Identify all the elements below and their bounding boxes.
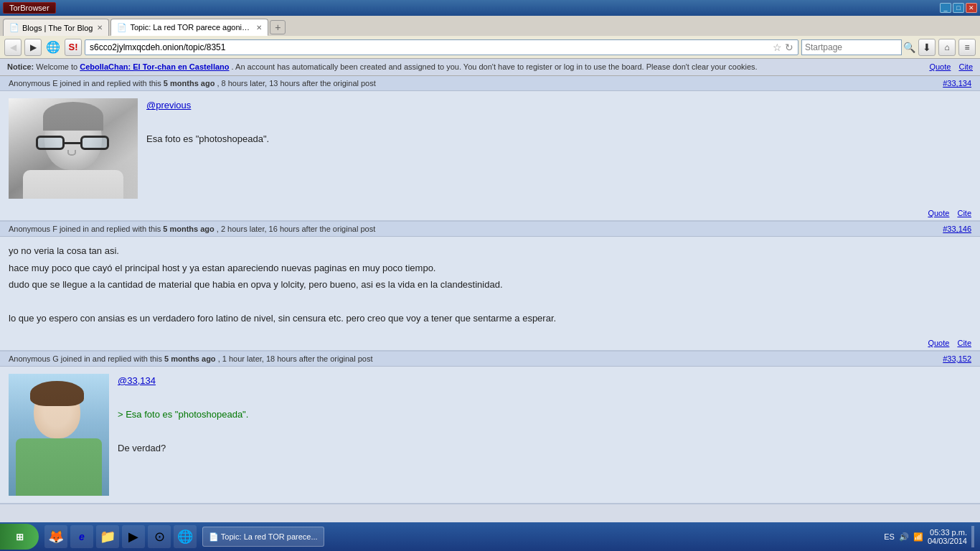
globe-icon: 🌐 — [44, 39, 62, 56]
notice-text1: Welcome to — [36, 62, 80, 71]
tab-bar: 📄 Blogs | The Tor Blog ✕ 📄 Topic: La red… — [0, 16, 980, 36]
post-f-meta: Anonymous F joined in and replied with t… — [9, 225, 375, 233]
post-e-at-previous[interactable]: @previous — [146, 100, 191, 110]
post-f-line3: dudo que se llegue a la cantidad de mate… — [9, 278, 971, 292]
address-bar[interactable]: s6cco2jylmxqcdeh.onion/topic/8351 ☆ ↻ — [85, 39, 798, 55]
back-button[interactable]: ◀ — [4, 39, 22, 56]
post-f-footer: Quote Cite — [0, 336, 980, 350]
new-tab-button[interactable]: + — [270, 20, 286, 34]
post-f-line2: hace muy poco que cayó el principal host… — [9, 261, 971, 276]
notice-quote-link[interactable]: Quote — [929, 62, 951, 71]
post-g-header: Anonymous G joined in and replied with t… — [0, 352, 980, 367]
post-e-cite[interactable]: Cite — [957, 209, 971, 217]
post-f-text: yo no veria la cosa tan asi. hace muy po… — [9, 244, 971, 329]
tab-2[interactable]: 📄 Topic: La red TOR parece agonizante ..… — [110, 19, 268, 36]
post-f: Anonymous F joined in and replied with t… — [0, 222, 980, 352]
post-e-content: Esa foto es "photoshopeada". — [146, 132, 971, 146]
post-e-footer: Quote Cite — [0, 206, 980, 220]
title-bar-left: TorBrowser — [3, 2, 940, 14]
title-bar-controls: _ □ ✕ — [940, 3, 977, 13]
post-g-image-placeholder — [9, 374, 109, 496]
post-f-time-rest: , 2 hours later, 16 hours after the orig… — [217, 225, 375, 233]
torbrowser-button[interactable]: TorBrowser — [3, 2, 56, 14]
notice-text2: . An account has automatically been crea… — [232, 62, 758, 71]
content-area[interactable]: Anonymous E joined in and replied with t… — [0, 76, 980, 522]
settings-button[interactable]: ≡ — [958, 39, 976, 56]
s1-button[interactable]: S! — [65, 39, 82, 56]
forward-button[interactable]: ▶ — [24, 39, 42, 56]
notice-links: Quote Cite — [923, 62, 973, 72]
post-g-ref-link[interactable]: @33,134 — [118, 375, 156, 386]
post-e-quote[interactable]: Quote — [928, 209, 949, 217]
post-f-line4: lo que yo espero con ansias es un verdad… — [9, 311, 971, 326]
post-g-body: @33,134 > Esa foto es "photoshopeada". D… — [0, 367, 980, 503]
post-g-image — [9, 374, 109, 496]
browser-window: TorBrowser _ □ ✕ 📄 Blogs | The Tor Blog … — [0, 0, 980, 522]
post-g-text: @33,134 > Esa foto es "photoshopeada". D… — [118, 374, 971, 496]
post-g-time-rest: , 1 hour later, 18 hours after the origi… — [218, 354, 373, 363]
post-e: Anonymous E joined in and replied with t… — [0, 76, 980, 222]
tab-label-1: Blogs | The Tor Blog — [22, 24, 93, 32]
post-f-header: Anonymous F joined in and replied with t… — [0, 222, 980, 237]
home-button[interactable]: ⌂ — [938, 39, 956, 56]
post-g-id[interactable]: #33,152 — [943, 354, 971, 363]
star-icon[interactable]: ☆ — [773, 42, 782, 53]
nav-bar: ◀ ▶ 🌐 S! s6cco2jylmxqcdeh.onion/topic/83… — [0, 36, 980, 59]
post-f-time-bold: 5 months ago — [163, 225, 215, 233]
maximize-button[interactable]: □ — [953, 3, 964, 13]
notice-bar: Quote Cite Notice: Welcome to CebollaCha… — [0, 59, 980, 76]
post-g-response: De verdad? — [118, 441, 971, 456]
post-e-image — [9, 98, 138, 199]
post-g: Anonymous G joined in and replied with t… — [0, 352, 980, 504]
post-e-text: @previous Esa foto es "photoshopeada". — [146, 98, 971, 199]
search-input[interactable] — [801, 39, 902, 55]
post-e-image-placeholder — [9, 98, 138, 199]
close-button[interactable]: ✕ — [966, 3, 977, 13]
notice-label: Notice: — [7, 62, 34, 71]
tab-favicon-1: 📄 — [9, 23, 19, 32]
tab-favicon-2: 📄 — [117, 23, 127, 32]
post-f-body: yo no veria la cosa tan asi. hace muy po… — [0, 237, 980, 336]
notice-cite-link[interactable]: Cite — [958, 62, 973, 71]
post-g-meta: Anonymous G joined in and replied with t… — [9, 354, 373, 363]
post-e-header: Anonymous E joined in and replied with t… — [0, 76, 980, 91]
post-g-time-bold: 5 months ago — [164, 354, 216, 363]
post-e-time-bold: 5 months ago — [164, 79, 215, 88]
post-f-cite[interactable]: Cite — [957, 339, 971, 347]
download-button[interactable]: ⬇ — [918, 39, 936, 56]
post-g-quoted: > Esa foto es "photoshopeada". — [118, 408, 971, 422]
post-e-id[interactable]: #33,134 — [943, 79, 971, 88]
notice-site-name[interactable]: CebollaChan: El Tor-chan en Castellano — [80, 62, 229, 71]
title-bar: TorBrowser _ □ ✕ — [0, 0, 980, 16]
post-e-time-rest: , 8 hours later, 13 hours after the orig… — [217, 79, 375, 88]
post-f-id[interactable]: #33,146 — [943, 225, 971, 233]
tab-close-1[interactable]: ✕ — [97, 24, 103, 32]
post-e-meta: Anonymous E joined in and replied with t… — [9, 79, 376, 88]
post-e-body: @previous Esa foto es "photoshopeada". — [0, 91, 980, 206]
tab-1[interactable]: 📄 Blogs | The Tor Blog ✕ — [3, 19, 109, 36]
post-f-quote[interactable]: Quote — [928, 339, 949, 347]
search-go-icon[interactable]: 🔍 — [903, 42, 915, 53]
address-icons: ☆ ↻ — [773, 42, 793, 53]
tab-label-2: Topic: La red TOR parece agonizante ... — [130, 23, 252, 32]
refresh-icon[interactable]: ↻ — [785, 42, 793, 53]
search-area: 🔍 — [801, 39, 915, 55]
post-f-line1: yo no veria la cosa tan asi. — [9, 244, 971, 258]
minimize-button[interactable]: _ — [940, 3, 951, 13]
address-text: s6cco2jylmxqcdeh.onion/topic/8351 — [90, 42, 773, 52]
tab-close-2[interactable]: ✕ — [256, 24, 262, 32]
